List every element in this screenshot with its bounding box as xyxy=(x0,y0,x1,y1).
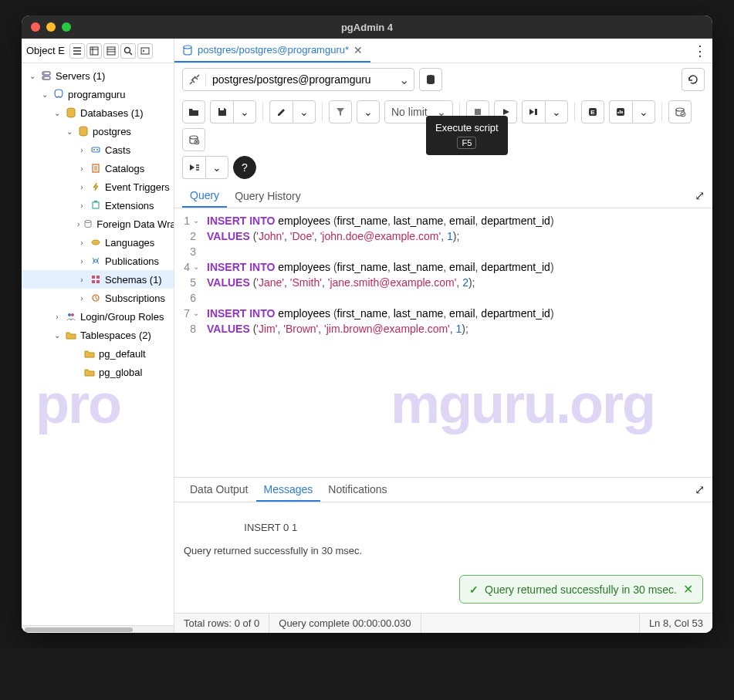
tree-item[interactable]: Servers (1) xyxy=(22,66,174,85)
tree-item[interactable]: Tablespaces (2) xyxy=(22,326,174,344)
tree-arrow-icon[interactable] xyxy=(77,164,86,173)
svg-point-18 xyxy=(94,259,97,262)
svg-point-12 xyxy=(96,149,98,150)
save-dropdown[interactable]: ⌄ xyxy=(233,100,256,123)
cast-icon xyxy=(90,144,102,155)
search-icon[interactable] xyxy=(120,43,136,59)
server-icon xyxy=(40,70,52,81)
tree-arrow-icon[interactable] xyxy=(77,220,79,228)
macros-dropdown[interactable]: ⌄ xyxy=(205,156,228,179)
code-area[interactable]: INSERT INTO employees (first_name, last_… xyxy=(204,208,554,341)
rollback-button[interactable] xyxy=(182,128,205,151)
output-panel: Data Output Messages Notifications ⤢ INS… xyxy=(174,477,712,614)
macros-button[interactable] xyxy=(182,156,205,179)
tree-arrow-icon[interactable] xyxy=(28,72,37,80)
tab-label: postgres/postgres@programguru* xyxy=(198,44,349,56)
tree-item[interactable]: Casts xyxy=(22,140,174,159)
commit-button[interactable] xyxy=(668,100,692,123)
expand-output-icon[interactable]: ⤢ xyxy=(695,482,705,497)
toast-text: Query returned successfully in 30 msec. xyxy=(485,583,677,596)
reset-layout-button[interactable] xyxy=(682,68,705,91)
tab-query-history[interactable]: Query History xyxy=(227,185,309,207)
object-tree[interactable]: Servers (1)programguruDatabases (1)postg… xyxy=(22,63,174,625)
tree-item[interactable]: Catalogs xyxy=(22,159,174,178)
messages-output: INSERT 0 1 Query returned successfully i… xyxy=(174,502,712,614)
tab-data-output[interactable]: Data Output xyxy=(182,479,256,500)
tree-label: postgres xyxy=(93,126,131,137)
close-window[interactable] xyxy=(31,22,40,32)
tree-item[interactable]: Foreign Data Wra xyxy=(22,215,174,233)
query-tool-icon[interactable] xyxy=(69,43,85,59)
tree-item[interactable]: Languages xyxy=(22,233,174,252)
new-connection-button[interactable] xyxy=(419,68,442,91)
tree-arrow-icon[interactable] xyxy=(77,183,86,191)
close-toast-icon[interactable]: ✕ xyxy=(683,582,693,597)
svg-rect-22 xyxy=(96,280,100,283)
tree-item[interactable]: Publications xyxy=(22,252,174,270)
tree-arrow-icon[interactable] xyxy=(77,257,86,265)
minimize-window[interactable] xyxy=(46,22,56,32)
db-icon xyxy=(65,107,77,118)
explain-analyze-button[interactable] xyxy=(609,100,632,123)
edit-button[interactable] xyxy=(269,100,293,123)
tree-arrow-icon[interactable] xyxy=(77,276,86,284)
connection-row: postgres/postgres@programguru ⌄ xyxy=(174,63,712,96)
tab-menu-icon[interactable]: ⋮ xyxy=(688,39,712,63)
main-panel: pro mguru.org postgres/postgres@programg… xyxy=(174,39,712,633)
fdw-icon xyxy=(83,218,93,229)
query-tabs: Query Query History ⤢ xyxy=(174,184,712,208)
tree-arrow-icon[interactable] xyxy=(52,313,62,321)
tree-item[interactable]: Extensions xyxy=(22,196,174,215)
tab-notifications[interactable]: Notifications xyxy=(320,479,394,500)
tree-arrow-icon[interactable] xyxy=(77,201,86,210)
tree-item[interactable]: postgres xyxy=(22,122,174,140)
tree-item[interactable]: Event Triggers xyxy=(22,178,174,196)
tree-arrow-icon[interactable] xyxy=(52,109,62,117)
explain-dropdown[interactable]: ⌄ xyxy=(632,100,655,123)
tree-item[interactable]: pg_default xyxy=(22,344,174,363)
tree-arrow-icon[interactable] xyxy=(52,331,62,340)
status-bar: Total rows: 0 of 0 Query complete 00:00:… xyxy=(174,613,712,633)
titlebar: pgAdmin 4 xyxy=(22,15,712,39)
tree-label: Extensions xyxy=(105,200,154,211)
expand-editor-icon[interactable]: ⤢ xyxy=(695,188,705,203)
tree-arrow-icon[interactable] xyxy=(77,146,86,154)
tree-arrow-icon[interactable] xyxy=(77,294,86,303)
execute-options-button[interactable] xyxy=(522,100,545,123)
filter-dropdown[interactable]: ⌄ xyxy=(357,100,380,123)
svg-text:E: E xyxy=(590,109,595,116)
tree-arrow-icon[interactable] xyxy=(40,90,49,99)
open-file-button[interactable] xyxy=(182,100,205,123)
success-toast: ✓ Query returned successfully in 30 msec… xyxy=(459,575,703,604)
tree-item[interactable]: pg_global xyxy=(22,363,174,381)
filter-button[interactable] xyxy=(329,100,352,123)
tree-arrow-icon[interactable] xyxy=(77,238,86,247)
edit-dropdown[interactable]: ⌄ xyxy=(293,100,316,123)
filter-rows-icon[interactable] xyxy=(103,43,119,59)
tree-item[interactable]: programguru xyxy=(22,85,174,103)
explain-button[interactable]: E xyxy=(581,100,604,123)
help-button[interactable]: ? xyxy=(233,156,256,179)
tree-item[interactable]: Login/Group Roles xyxy=(22,307,174,326)
scroll-thumb[interactable] xyxy=(25,627,133,632)
status-rows: Total rows: 0 of 0 xyxy=(174,614,269,633)
execute-dropdown[interactable]: ⌄ xyxy=(545,100,568,123)
close-tab-icon[interactable]: ✕ xyxy=(353,44,363,56)
psql-icon[interactable] xyxy=(137,43,153,59)
save-button[interactable] xyxy=(210,100,233,123)
tab-query[interactable]: Query xyxy=(182,184,227,208)
tab-messages[interactable]: Messages xyxy=(256,479,321,502)
maximize-window[interactable] xyxy=(62,22,71,32)
tree-item[interactable]: Subscriptions xyxy=(22,289,174,307)
window-controls xyxy=(31,22,71,32)
tree-arrow-icon[interactable] xyxy=(65,127,74,136)
view-data-icon[interactable] xyxy=(86,43,102,59)
tree-item[interactable]: Databases (1) xyxy=(22,103,174,122)
sql-editor[interactable]: 1⌄2 3 4⌄5 6 7⌄8 INSERT INTO employees (f… xyxy=(174,208,712,341)
status-time: Query complete 00:00:00.030 xyxy=(269,614,421,633)
editor-tab[interactable]: postgres/postgres@programguru* ✕ xyxy=(174,39,370,63)
connection-selector[interactable]: postgres/postgres@programguru ⌄ xyxy=(182,68,414,91)
sidebar-hscroll[interactable] xyxy=(22,625,174,633)
tree-item[interactable]: Schemas (1) xyxy=(22,270,174,289)
tree-label: Languages xyxy=(105,237,154,249)
